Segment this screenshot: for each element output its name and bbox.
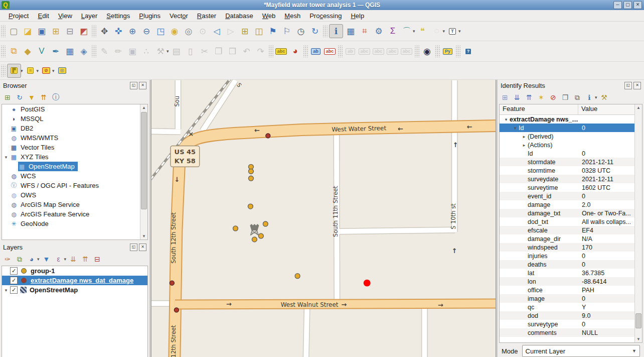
identify-row-lon[interactable]: lon-88.6414 bbox=[500, 277, 642, 286]
menu-web[interactable]: Web bbox=[258, 11, 280, 21]
layer-visibility-checkbox[interactable]: ✓ bbox=[10, 277, 18, 284]
toolbar-handle[interactable] bbox=[415, 45, 419, 57]
python-console-icon[interactable]: Py bbox=[441, 45, 454, 58]
collapse-all-layers-icon[interactable]: ⇈ bbox=[80, 254, 91, 265]
new-spatialite-layer-icon[interactable]: ✒ bbox=[49, 45, 62, 58]
menu-help[interactable]: Help bbox=[346, 11, 369, 21]
open-project-icon[interactable]: ◪ bbox=[21, 25, 34, 38]
mode-combobox[interactable]: Current Layer ▼ bbox=[522, 345, 640, 357]
filter-by-expression-icon[interactable]: ε bbox=[53, 254, 64, 265]
identify-scrollbar[interactable]: ▲ ▼ bbox=[634, 104, 642, 342]
expand-all-icon[interactable]: ⇊ bbox=[68, 254, 79, 265]
zoom-last-icon[interactable]: ◁ bbox=[210, 25, 223, 38]
expander-icon[interactable]: ▾ bbox=[2, 288, 10, 293]
identify-row-stormdate[interactable]: stormdate2021-12-11 bbox=[500, 158, 642, 166]
manage-map-themes-icon[interactable]: ◕ bbox=[26, 254, 37, 265]
identify-row-lat[interactable]: lat36.7385 bbox=[500, 269, 642, 277]
identify-row-surveytime[interactable]: surveytime1602 UTC bbox=[500, 183, 642, 192]
zoom-in-icon[interactable]: ⊕ bbox=[126, 25, 139, 38]
open-attribute-table-icon[interactable]: ▦ bbox=[344, 25, 357, 38]
browser-item-vector-tiles[interactable]: ▦Vector Tiles bbox=[2, 143, 147, 152]
highlight-pinned-labels-icon[interactable]: abc bbox=[324, 45, 337, 58]
add-group-icon[interactable]: ⧉ bbox=[14, 254, 25, 265]
browser-item-postgis[interactable]: ●PostGIS bbox=[2, 104, 147, 114]
properties-widget-icon[interactable]: ⓘ bbox=[50, 92, 61, 103]
pin-labels-icon[interactable]: ab bbox=[309, 45, 323, 58]
identify-close-button[interactable]: ✕ bbox=[633, 82, 641, 89]
browser-item-geonode[interactable]: ✳GeoNode bbox=[2, 219, 147, 228]
toolbar-handle[interactable] bbox=[1, 25, 6, 37]
filter-legend-icon[interactable]: ▼ bbox=[41, 254, 52, 265]
identify-row-id[interactable]: ▾Id0 bbox=[500, 124, 642, 132]
identify-float-button[interactable]: ◱ bbox=[624, 82, 632, 89]
browser-item-openstreetmap[interactable]: ▦OpenStreetMap bbox=[2, 162, 147, 171]
toolbar-handle[interactable] bbox=[435, 45, 440, 57]
processing-toolbox-icon[interactable]: ⚙ bbox=[372, 25, 385, 38]
show-bookmarks-icon[interactable]: ⚐ bbox=[280, 25, 293, 38]
layer-diagram-icon[interactable]: ◕ bbox=[289, 45, 302, 58]
layer-labeling-icon[interactable]: abc bbox=[275, 45, 288, 58]
style-manager-icon[interactable]: ◩ bbox=[77, 25, 90, 38]
group1-point-yellow[interactable] bbox=[248, 204, 253, 209]
damage-point-dark-red[interactable] bbox=[266, 134, 270, 138]
toolbar-handle[interactable] bbox=[92, 25, 96, 37]
menu-settings[interactable]: Settings bbox=[102, 11, 134, 21]
identify-options-icon[interactable]: ⚒ bbox=[599, 92, 610, 103]
layer-visibility-checkbox[interactable]: ✓ bbox=[10, 267, 18, 275]
identify-row-damage-txt[interactable]: damage_txtOne- or Two-Fa... bbox=[500, 209, 642, 217]
pan-to-selection-icon[interactable]: ✜ bbox=[112, 25, 125, 38]
identify-row-injuries[interactable]: injuries0 bbox=[500, 252, 642, 260]
identify-row-windspeed[interactable]: windspeed170 bbox=[500, 243, 642, 252]
menu-vector[interactable]: Vector bbox=[165, 11, 193, 21]
group1-point-yellow[interactable] bbox=[233, 226, 238, 231]
toolbar-handle[interactable] bbox=[92, 45, 96, 57]
identify-mode-icon[interactable]: ℹ bbox=[584, 92, 595, 103]
statistical-summary-icon[interactable]: Σ bbox=[386, 25, 399, 38]
layer-item-openstreetmap[interactable]: ▾✓OpenStreetMap bbox=[2, 285, 147, 295]
toolbar-handle[interactable] bbox=[456, 45, 460, 57]
toolbar-handle[interactable] bbox=[1, 45, 6, 57]
filter-by-expression-icon-dropdown[interactable]: ▾ bbox=[64, 257, 67, 262]
identify-row-id[interactable]: Id0 bbox=[500, 149, 642, 158]
minimize-button[interactable]: ─ bbox=[613, 1, 622, 9]
map-canvas[interactable]: US 45KY 58 West Water StreetWest Walnut … bbox=[151, 80, 496, 357]
damage-point-dark-red[interactable] bbox=[170, 281, 174, 285]
browser-item-arcgis-feature-service[interactable]: ◍ArcGIS Feature Service bbox=[2, 209, 147, 219]
text-annotation-icon[interactable]: T bbox=[446, 25, 459, 38]
value-column-header[interactable]: Value bbox=[578, 104, 642, 114]
menu-mesh[interactable]: Mesh bbox=[280, 11, 305, 21]
toolbar-handle[interactable] bbox=[338, 45, 343, 57]
map-tips-icon[interactable]: ❝ bbox=[416, 25, 429, 38]
expander-icon[interactable]: ▾ bbox=[503, 117, 510, 122]
identify-row--actions-[interactable]: ▸(Actions) bbox=[500, 141, 642, 149]
identify-row-deaths[interactable]: deaths0 bbox=[500, 260, 642, 269]
group1-point-yellow[interactable] bbox=[248, 169, 253, 174]
clear-results-icon[interactable]: ⊘ bbox=[548, 92, 559, 103]
toolbar-handle[interactable] bbox=[303, 45, 308, 57]
new-spatial-bookmark-icon[interactable]: ⚑ bbox=[266, 25, 279, 38]
menu-view[interactable]: View bbox=[54, 11, 77, 21]
identify-row-event-id[interactable]: event_id0 bbox=[500, 192, 642, 200]
layer-item-extractdamage-nws-dat-damage[interactable]: ✓extractDamage nws_dat_damage bbox=[2, 276, 147, 285]
menu-project[interactable]: Project bbox=[4, 11, 33, 21]
select-features-by-value-icon[interactable]: ≡ bbox=[24, 64, 37, 77]
browser-item-ows[interactable]: ◍OWS bbox=[2, 190, 147, 200]
manage-map-themes-icon-dropdown[interactable]: ▾ bbox=[37, 257, 40, 262]
new-geopackage-layer-icon[interactable]: ◆ bbox=[21, 45, 34, 58]
menu-processing[interactable]: Processing bbox=[305, 11, 346, 21]
zoom-to-selection-icon[interactable]: ◉ bbox=[168, 25, 181, 38]
data-source-manager-icon[interactable]: ◈ bbox=[77, 45, 90, 58]
identify-row-damage-dir[interactable]: damage_dirN/A bbox=[500, 234, 642, 243]
zoom-to-layer-icon[interactable]: ◎ bbox=[182, 25, 195, 38]
identify-row-damage[interactable]: damage2.0 bbox=[500, 200, 642, 209]
browser-item-wfs-ogc-api-features[interactable]: ⓋWFS / OGC API - Features bbox=[2, 181, 147, 190]
browser-item-arcgis-map-service[interactable]: ◍ArcGIS Map Service bbox=[2, 200, 147, 209]
expander-icon[interactable]: ▸ bbox=[521, 143, 528, 148]
open-data-source-manager-icon[interactable]: ⧉ bbox=[7, 45, 20, 58]
menu-database[interactable]: Database bbox=[221, 11, 258, 21]
browser-item-wcs[interactable]: ◍WCS bbox=[2, 171, 147, 181]
feature-column-header[interactable]: Feature bbox=[500, 104, 578, 114]
identify-features-icon[interactable]: ℹ bbox=[329, 24, 343, 38]
identify-row-surveydate[interactable]: surveydate2021-12-11 bbox=[500, 175, 642, 183]
identify-mode-icon-dropdown[interactable]: ▾ bbox=[595, 95, 597, 100]
